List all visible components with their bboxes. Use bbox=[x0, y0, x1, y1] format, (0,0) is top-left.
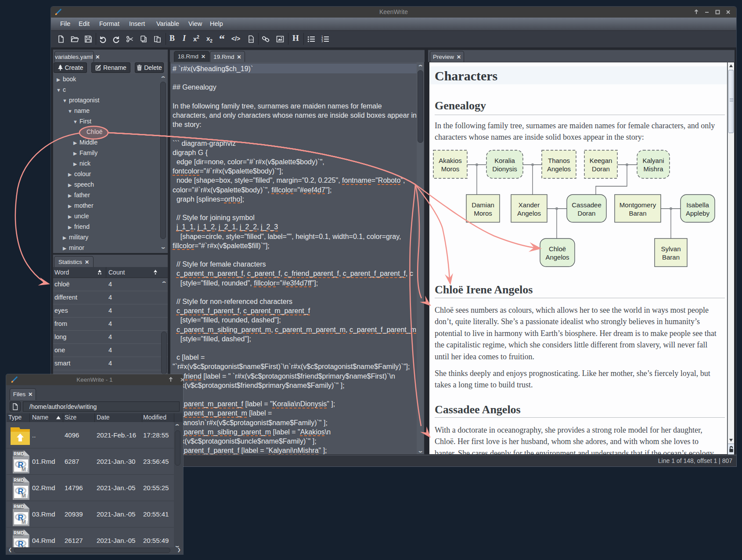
svg-text:Angelos: Angelos bbox=[545, 253, 569, 261]
svg-text:Mishra: Mishra bbox=[643, 165, 663, 173]
svg-text:M↓: M↓ bbox=[22, 493, 29, 499]
svg-text:Cassadee: Cassadee bbox=[572, 201, 602, 209]
svg-text:Montgomery: Montgomery bbox=[620, 201, 656, 209]
svg-text:Baran: Baran bbox=[662, 253, 680, 261]
svg-text:Damian: Damian bbox=[472, 201, 494, 209]
svg-text:3: 3 bbox=[321, 40, 323, 43]
svg-text:Thanos: Thanos bbox=[548, 157, 570, 164]
svg-text:Moros: Moros bbox=[441, 165, 460, 173]
svg-text:Koralia: Koralia bbox=[494, 157, 515, 164]
svg-text:RMD: RMD bbox=[14, 504, 24, 509]
svg-text:Akakios: Akakios bbox=[439, 157, 462, 164]
svg-text:Doran: Doran bbox=[578, 210, 596, 217]
svg-text:M↓: M↓ bbox=[22, 519, 29, 525]
svg-text:Angelos: Angelos bbox=[547, 165, 571, 173]
svg-text:Keegan: Keegan bbox=[590, 157, 612, 164]
svg-text:M↓: M↓ bbox=[22, 466, 29, 473]
svg-text:RMD: RMD bbox=[14, 531, 24, 535]
svg-text:RMD: RMD bbox=[14, 478, 24, 483]
svg-text:Chloë: Chloë bbox=[549, 245, 566, 253]
svg-text:Appleby: Appleby bbox=[686, 210, 710, 217]
svg-text:Angelos: Angelos bbox=[517, 210, 541, 217]
svg-text:Xander: Xander bbox=[519, 201, 540, 209]
svg-text:RMD: RMD bbox=[14, 452, 24, 456]
svg-text:Doran: Doran bbox=[592, 165, 610, 173]
svg-text:Moros: Moros bbox=[474, 210, 492, 217]
svg-text:Dionysis: Dionysis bbox=[492, 165, 517, 173]
svg-text:Kalyani: Kalyani bbox=[642, 157, 664, 164]
svg-text:Isabella: Isabella bbox=[686, 201, 709, 209]
svg-text:</>: </> bbox=[249, 38, 253, 41]
svg-text:Baran: Baran bbox=[629, 210, 646, 217]
svg-text:Sylvan: Sylvan bbox=[661, 245, 681, 253]
